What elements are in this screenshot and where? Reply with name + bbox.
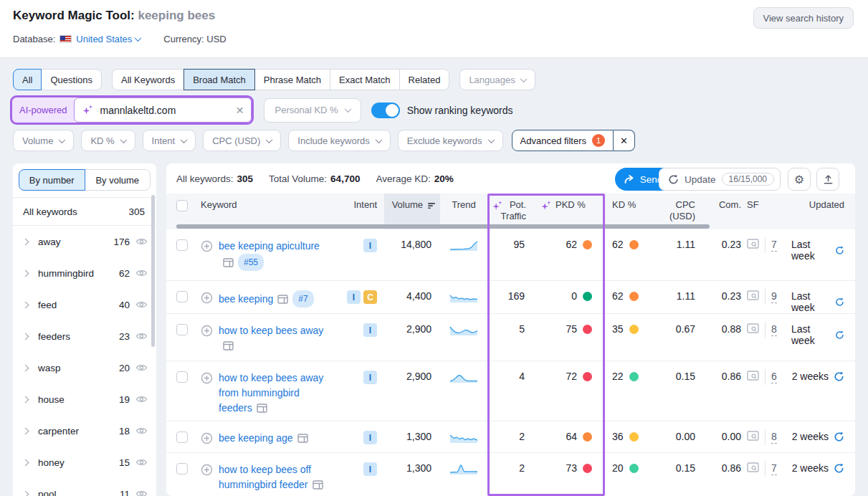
clear-input-icon[interactable]: ✕ (236, 105, 244, 116)
serp-features-icon[interactable] (747, 431, 759, 441)
intent-badge-i[interactable]: I (363, 323, 377, 337)
serp-features-icon[interactable] (747, 239, 759, 249)
preview-eye-button[interactable] (135, 237, 148, 246)
advanced-filters-button[interactable]: Advanced filters1 (512, 130, 614, 151)
col-updated[interactable]: Updated (791, 194, 846, 229)
serp-snapshot-icon[interactable] (223, 341, 234, 350)
intent-badge-i[interactable]: I (363, 462, 377, 476)
view-search-history-button[interactable]: View search history (753, 7, 854, 29)
sort-by-volume-tab[interactable]: By volume (85, 169, 151, 191)
add-keyword-icon[interactable] (201, 432, 213, 444)
serp-features-icon[interactable] (747, 290, 759, 300)
row-checkbox[interactable] (176, 324, 188, 335)
col-com[interactable]: Com. (705, 194, 745, 229)
serp-features-icon[interactable] (747, 371, 759, 381)
sf-count[interactable]: 8 (771, 431, 777, 444)
sidebar-item-honey[interactable]: honey15 (13, 447, 156, 478)
sidebar-item-hummingbird[interactable]: hummingbird62 (13, 257, 156, 289)
preview-eye-button[interactable] (135, 269, 148, 277)
domain-input-box[interactable]: ✕ (74, 97, 252, 123)
tab-all[interactable]: All (13, 69, 42, 90)
trend-cell[interactable] (440, 314, 487, 336)
add-keyword-button[interactable] (201, 240, 213, 271)
keyword-link[interactable]: how to keep bees away (219, 325, 323, 336)
keyword-link[interactable]: how to keep bees away from hummingbird f… (219, 372, 323, 414)
advanced-filters-clear-button[interactable]: ✕ (614, 130, 635, 151)
preview-eye-button[interactable] (135, 426, 148, 435)
ranking-position-badge[interactable]: #55 (238, 254, 264, 271)
add-keyword-icon[interactable] (201, 464, 213, 476)
serp-snapshot-icon[interactable] (257, 404, 267, 413)
refresh-metrics-icon[interactable] (835, 297, 844, 307)
intent-badge-c[interactable]: C (363, 290, 377, 304)
filter-include-keywords[interactable]: Include keywords (288, 130, 390, 151)
tab-all-keywords[interactable]: All Keywords (112, 69, 184, 90)
add-keyword-button[interactable] (201, 325, 213, 353)
sidebar-all-keywords[interactable]: All keywords 305 (13, 197, 156, 226)
add-keyword-button[interactable] (201, 372, 213, 416)
sf-count[interactable]: 6 (771, 371, 777, 383)
trend-cell[interactable] (440, 421, 487, 444)
sidebar-item-wasp[interactable]: wasp20 (13, 352, 156, 383)
tab-phrase-match[interactable]: Phrase Match (254, 69, 330, 90)
filter-exclude-keywords[interactable]: Exclude keywords (398, 130, 503, 151)
col-sf[interactable]: SF (745, 194, 791, 229)
update-button[interactable]: Update 16/15,000 (659, 168, 781, 191)
keyword-link[interactable]: bee keeping age (219, 432, 293, 444)
preview-eye-button[interactable] (135, 490, 148, 496)
search-input[interactable] (100, 105, 229, 116)
row-checkbox[interactable] (176, 431, 188, 443)
keyword-link[interactable]: bee keeping apiculture (219, 240, 320, 252)
add-keyword-button[interactable] (201, 464, 213, 492)
serp-features-icon[interactable] (747, 462, 759, 472)
languages-dropdown[interactable]: Languages (459, 69, 535, 90)
refresh-metrics-icon[interactable] (834, 463, 844, 474)
sidebar-item-pool[interactable]: pool11 (13, 478, 156, 496)
database-select[interactable]: United States (76, 34, 140, 44)
refresh-metrics-icon[interactable] (834, 431, 844, 442)
select-all-checkbox[interactable] (176, 200, 188, 211)
trend-cell[interactable] (440, 453, 487, 475)
intent-badge-i[interactable]: I (363, 239, 377, 252)
refresh-metrics-icon[interactable] (834, 371, 844, 382)
row-checkbox[interactable] (176, 239, 188, 251)
row-checkbox[interactable] (176, 463, 188, 474)
sidebar-item-carpenter[interactable]: carpenter18 (13, 415, 156, 447)
filter-kd-[interactable]: KD % (81, 130, 135, 151)
sort-by-number-tab[interactable]: By number (19, 169, 85, 191)
ranking-position-badge[interactable]: #7 (292, 290, 313, 307)
add-keyword-icon[interactable] (201, 325, 213, 337)
sidebar-item-away[interactable]: away176 (13, 226, 156, 257)
filter-intent[interactable]: Intent (143, 130, 196, 151)
intent-badge-i[interactable]: I (363, 431, 377, 444)
sf-count[interactable]: 7 (771, 462, 777, 475)
preview-eye-button[interactable] (135, 300, 148, 309)
preview-eye-button[interactable] (135, 395, 148, 404)
sidebar-item-feed[interactable]: feed40 (13, 289, 156, 320)
personal-kd-dropdown[interactable]: Personal KD % (264, 98, 361, 123)
tab-broad-match[interactable]: Broad Match (183, 69, 255, 90)
tab-questions[interactable]: Questions (41, 69, 102, 90)
tab-exact-match[interactable]: Exact Match (330, 69, 400, 90)
add-keyword-icon[interactable] (201, 292, 213, 304)
sidebar-scrollbar[interactable] (151, 195, 155, 347)
intent-badge-i[interactable]: I (347, 290, 361, 304)
sf-count[interactable]: 8 (771, 323, 777, 336)
refresh-metrics-icon[interactable] (835, 330, 844, 340)
preview-eye-button[interactable] (135, 332, 148, 340)
tab-related[interactable]: Related (399, 69, 450, 90)
add-keyword-button[interactable] (201, 432, 213, 446)
keyword-link[interactable]: bee keeping (219, 293, 273, 305)
filter-volume[interactable]: Volume (13, 130, 74, 151)
horizontal-scrollbar[interactable] (176, 224, 710, 229)
refresh-metrics-icon[interactable] (835, 245, 844, 256)
sf-count[interactable]: 9 (771, 290, 777, 303)
filter-cpc-usd-[interactable]: CPC (USD) (203, 130, 281, 151)
trend-cell[interactable] (440, 281, 487, 303)
add-keyword-button[interactable] (201, 292, 213, 307)
serp-snapshot-icon[interactable] (277, 295, 288, 304)
sidebar-item-feeders[interactable]: feeders23 (13, 320, 156, 352)
serp-snapshot-icon[interactable] (313, 480, 323, 490)
add-keyword-icon[interactable] (201, 240, 213, 252)
show-ranking-keywords-toggle[interactable] (371, 102, 400, 118)
